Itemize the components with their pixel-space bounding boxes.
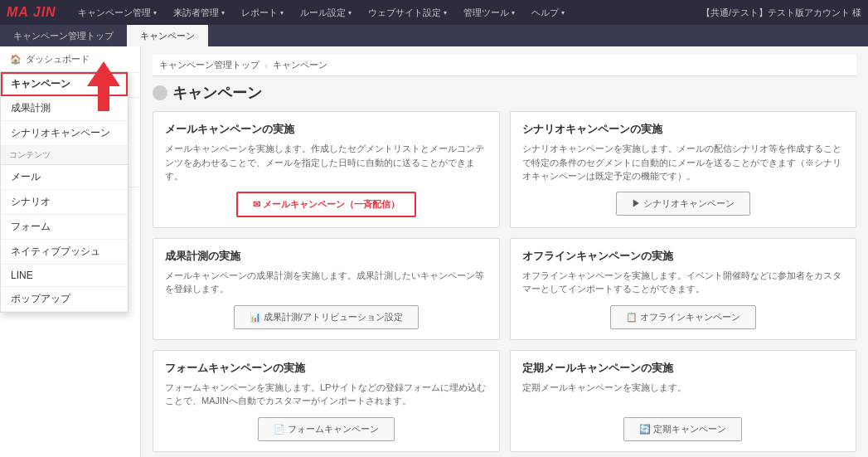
second-navigation: キャンペーン管理トップ キャンペーン キャンペーン 成果計測 シナリオキャンペー… bbox=[0, 25, 868, 46]
menu-section-contents: コンテンツ bbox=[1, 146, 128, 165]
campaign-grid: メールキャンペーンの実施 メールキャンペーンを実施します。作成したセグメントリス… bbox=[153, 111, 856, 457]
form-campaign-button[interactable]: 📄 フォームキャンペーン bbox=[258, 417, 395, 441]
nav-visitor-management[interactable]: 来訪者管理 ▾ bbox=[165, 0, 233, 25]
menu-item-line[interactable]: LINE bbox=[1, 265, 128, 287]
card-seika-title: 成果計測の実施 bbox=[165, 249, 487, 264]
user-info: 【共通/テスト】テスト版アカウント 様 bbox=[701, 7, 861, 19]
nav-report[interactable]: レポート ▾ bbox=[233, 0, 292, 25]
card-mail-title: メールキャンペーンの実施 bbox=[165, 122, 487, 137]
menu-item-scenario[interactable]: シナリオ bbox=[1, 190, 128, 215]
card-offline-campaign: オフラインキャンペーンの実施 オフラインキャンペーンを実施します。イベント開催時… bbox=[510, 238, 857, 340]
top-navigation: MA JIN キャンペーン管理 ▾ 来訪者管理 ▾ レポート ▾ ルール設定 ▾… bbox=[0, 0, 868, 25]
nav-items: キャンペーン管理 ▾ 来訪者管理 ▾ レポート ▾ ルール設定 ▾ ウェブサイト… bbox=[70, 0, 701, 25]
teiki-campaign-button[interactable]: 🔄 定期キャンペーン bbox=[623, 417, 742, 441]
chevron-down-icon: ▾ bbox=[512, 9, 515, 17]
chevron-down-icon: ▾ bbox=[444, 9, 447, 17]
card-scenario-title: シナリオキャンペーンの実施 bbox=[522, 122, 845, 137]
page-title: キャンペーン bbox=[172, 83, 262, 103]
nav-rule-settings[interactable]: ルール設定 ▾ bbox=[292, 0, 360, 25]
home-icon: 🏠 bbox=[10, 54, 22, 65]
card-form-desc: フォームキャンペーンを実施します。LPサイトなどの登録フォームに埋め込むことで、… bbox=[165, 381, 487, 409]
campaign-dropdown-menu: キャンペーン 成果計測 シナリオキャンペーン コンテンツ メール シナリオ フォ… bbox=[0, 71, 129, 313]
card-teiki-campaign: 定期メールキャンペーンの実施 定期メールキャンペーンを実施します。 🔄 定期キャ… bbox=[510, 350, 857, 452]
mail-campaign-button[interactable]: ✉ メールキャンペーン（一斉配信） bbox=[236, 192, 416, 217]
chevron-down-icon: ▾ bbox=[221, 9, 225, 17]
card-seika-desc: メールキャンペーンの成果計測を実施します。成果計測したいキャンペーン等を登録しま… bbox=[165, 269, 487, 297]
breadcrumb-separator: › bbox=[264, 61, 268, 70]
menu-item-seika[interactable]: 成果計測 bbox=[1, 96, 128, 121]
card-form-title: フォームキャンペーンの実施 bbox=[165, 361, 487, 376]
page-icon bbox=[153, 85, 167, 100]
card-teiki-title: 定期メールキャンペーンの実施 bbox=[522, 361, 845, 376]
dashboard-link[interactable]: 🏠 ダッシュボード bbox=[0, 46, 140, 73]
card-offline-desc: オフラインキャンペーンを実施します。イベント開催時などに参加者をカスタマーとして… bbox=[522, 269, 845, 297]
card-scenario-desc: シナリオキャンペーンを実施します。メールの配信シナリオ等を作成することで特定の条… bbox=[522, 142, 845, 183]
chevron-down-icon: ▾ bbox=[153, 9, 157, 17]
card-form-campaign: フォームキャンペーンの実施 フォームキャンペーンを実施します。LPサイトなどの登… bbox=[153, 350, 500, 452]
app-container: MA JIN キャンペーン管理 ▾ 来訪者管理 ▾ レポート ▾ ルール設定 ▾… bbox=[0, 0, 868, 457]
card-offline-title: オフラインキャンペーンの実施 bbox=[522, 249, 845, 264]
card-mail-campaign: メールキャンペーンの実施 メールキャンペーンを実施します。作成したセグメントリス… bbox=[153, 111, 500, 228]
tab-campaign[interactable]: キャンペーン bbox=[127, 25, 208, 46]
card-mail-desc: メールキャンペーンを実施します。作成したセグメントリストとメールコンテンツをあわ… bbox=[165, 142, 487, 183]
tab-campaign-top[interactable]: キャンペーン管理トップ bbox=[0, 25, 127, 46]
app-logo: MA JIN bbox=[7, 5, 56, 20]
menu-item-native-push[interactable]: ネイティブプッシュ bbox=[1, 240, 128, 265]
chevron-down-icon: ▾ bbox=[280, 9, 284, 17]
nav-campaign-management[interactable]: キャンペーン管理 ▾ bbox=[70, 0, 165, 25]
card-scenario-campaign: シナリオキャンペーンの実施 シナリオキャンペーンを実施します。メールの配信シナリ… bbox=[510, 111, 857, 228]
seika-campaign-button[interactable]: 📊 成果計測/アトリビューション設定 bbox=[234, 305, 419, 329]
menu-item-campaign[interactable]: キャンペーン bbox=[11, 78, 70, 90]
menu-item-form[interactable]: フォーム bbox=[1, 215, 128, 240]
scenario-campaign-button[interactable]: ▶ シナリオキャンペーン bbox=[616, 192, 750, 216]
nav-admin-tools[interactable]: 管理ツール ▾ bbox=[455, 0, 523, 25]
breadcrumb-top[interactable]: キャンペーン管理トップ bbox=[159, 59, 259, 71]
breadcrumb-current: キャンペーン bbox=[273, 59, 327, 71]
card-seika-campaign: 成果計測の実施 メールキャンペーンの成果計測を実施します。成果計測したいキャンペ… bbox=[153, 238, 500, 340]
main-content: キャンペーン管理トップ › キャンペーン キャンペーン メールキャンペーンの実施… bbox=[141, 46, 868, 457]
offline-campaign-button[interactable]: 📋 オフラインキャンペーン bbox=[610, 305, 756, 329]
chevron-down-icon: ▾ bbox=[348, 9, 352, 17]
chevron-down-icon: ▾ bbox=[561, 9, 565, 17]
card-teiki-desc: 定期メールキャンペーンを実施します。 bbox=[522, 381, 845, 409]
nav-website-settings[interactable]: ウェブサイト設定 ▾ bbox=[360, 0, 455, 25]
nav-help[interactable]: ヘルプ ▾ bbox=[523, 0, 573, 25]
page-title-area: キャンペーン bbox=[153, 83, 856, 103]
page-wrapper: 🏠 ダッシュボード メールキ メールキャンペーンを実施します。作成したセグメント… bbox=[0, 46, 868, 457]
menu-item-popup[interactable]: ポップアップ bbox=[1, 287, 128, 312]
breadcrumb: キャンペーン管理トップ › キャンペーン bbox=[153, 55, 856, 76]
menu-item-scenario-campaign[interactable]: シナリオキャンペーン bbox=[1, 121, 128, 146]
menu-item-mail[interactable]: メール bbox=[1, 165, 128, 190]
